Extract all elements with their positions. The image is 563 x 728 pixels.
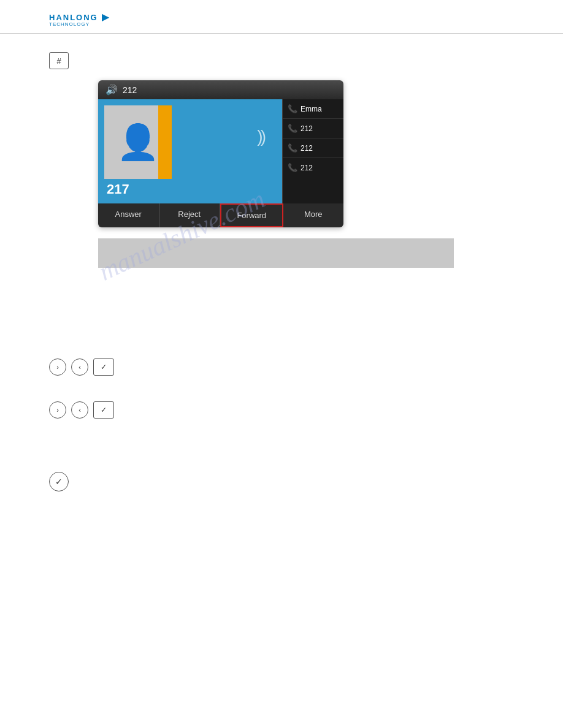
contact-label-3: 212 [301,164,313,172]
contact-label-1: 212 [301,124,313,133]
right-nav-btn-2[interactable]: › [49,401,66,419]
more-button[interactable]: More [283,203,344,227]
ok-rect-btn-2[interactable]: ✓ [93,401,114,419]
phone-icon-2: 📞 [288,143,297,153]
body-para-5 [49,382,514,395]
screen-title-number: 212 [123,85,137,95]
ok-icon-1: ✓ [101,363,107,371]
avatar-yellow-strip [158,105,172,179]
logo-hanlong-text: HANLONG [49,13,98,22]
phone-icon-emma: 📞 [288,104,297,113]
right-arrow-icon-1: › [56,363,59,371]
note-box [98,238,454,268]
header: HANLONG ▶ TECHNOLOGY [0,0,563,34]
avatar-silhouette-icon: 👤 [117,122,159,162]
logo-tech-text: TECHNOLOGY [49,21,109,27]
screen-buttons: Answer Reject Forward More [98,203,343,227]
right-nav-btn-1[interactable]: › [49,358,66,376]
left-arrow-icon-2: ‹ [79,406,81,414]
ok-circle-icon: ✓ [55,477,63,487]
speaker-icon: 🔊 [105,84,118,96]
contact-item-1: 📞 212 [283,119,343,138]
contact-item-emma: 📞 Emma [283,99,343,119]
body-section [49,280,514,352]
left-nav-btn-2[interactable]: ‹ [71,401,88,419]
logo: HANLONG ▶ TECHNOLOGY [49,11,109,27]
right-arrow-icon-2: › [56,406,59,414]
contact-label-2: 212 [301,144,313,153]
phone-screen: 🔊 212 👤 )) 217 📞 Emma 📞 [98,80,343,227]
nav-key-row-1: › ‹ ✓ [49,358,514,376]
left-arrow-icon-1: ‹ [79,363,81,371]
ok-rect-btn-1[interactable]: ✓ [93,358,114,376]
avatar-container: 👤 [104,105,172,179]
screen-left-panel: 👤 )) 217 [98,99,282,203]
nav-key-row-2: › ‹ ✓ [49,401,514,419]
ok-circle-button[interactable]: ✓ [49,472,69,491]
contact-label-emma: Emma [301,105,322,113]
answer-button[interactable]: Answer [98,203,159,227]
body-para-1 [49,280,514,294]
body-para-7 [49,445,514,458]
reject-button[interactable]: Reject [159,203,221,227]
phone-icon-3: 📞 [288,163,297,172]
caller-number: 217 [107,181,129,197]
screen-titlebar: 🔊 212 [98,80,343,99]
contact-item-2: 📞 212 [283,138,343,158]
body-para-2 [49,300,514,313]
body-para-6 [49,425,514,438]
contact-item-3: 📞 212 [283,158,343,177]
phone-icon-1: 📞 [288,124,297,133]
screen-content: 👤 )) 217 📞 Emma 📞 212 📞 212 [98,99,343,203]
body-para-4 [49,339,514,352]
screen-right-panel: 📞 Emma 📞 212 📞 212 📞 212 [282,99,343,203]
logo-arrow-icon: ▶ [102,12,109,22]
hash-key-icon: # [49,52,69,69]
body-para-3 [49,319,514,333]
page-body: # 🔊 212 👤 )) 217 📞 Emma [0,34,563,510]
left-nav-btn-1[interactable]: ‹ [71,358,88,376]
ringing-waves-icon: )) [257,127,264,146]
ok-icon-2: ✓ [101,406,107,414]
forward-button[interactable]: Forward [220,203,283,227]
